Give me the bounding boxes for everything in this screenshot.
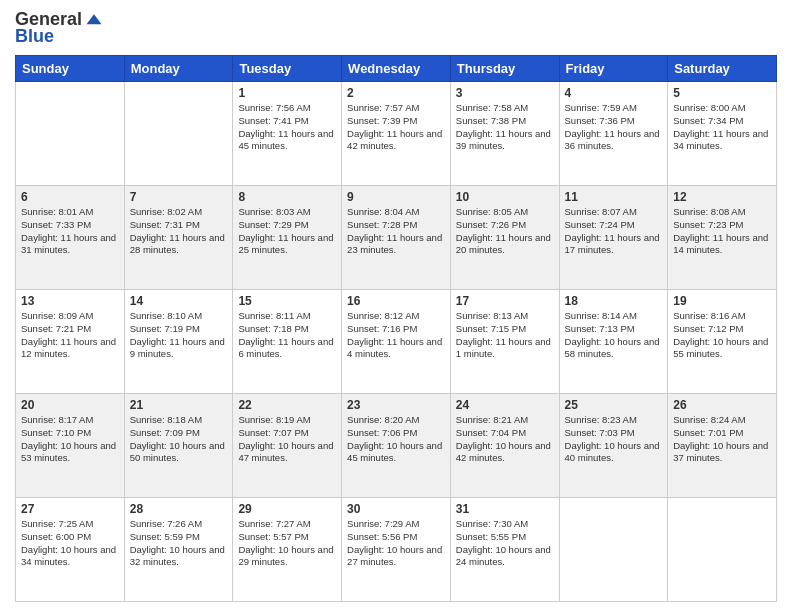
calendar-cell: 8Sunrise: 8:03 AM Sunset: 7:29 PM Daylig… bbox=[233, 186, 342, 290]
calendar-cell bbox=[16, 82, 125, 186]
day-info: Sunrise: 8:02 AM Sunset: 7:31 PM Dayligh… bbox=[130, 206, 228, 257]
weekday-header: Tuesday bbox=[233, 56, 342, 82]
day-info: Sunrise: 8:24 AM Sunset: 7:01 PM Dayligh… bbox=[673, 414, 771, 465]
calendar-cell: 22Sunrise: 8:19 AM Sunset: 7:07 PM Dayli… bbox=[233, 394, 342, 498]
day-number: 30 bbox=[347, 502, 445, 516]
calendar-cell: 27Sunrise: 7:25 AM Sunset: 6:00 PM Dayli… bbox=[16, 498, 125, 602]
weekday-header: Thursday bbox=[450, 56, 559, 82]
calendar-table: SundayMondayTuesdayWednesdayThursdayFrid… bbox=[15, 55, 777, 602]
calendar-cell: 20Sunrise: 8:17 AM Sunset: 7:10 PM Dayli… bbox=[16, 394, 125, 498]
day-number: 9 bbox=[347, 190, 445, 204]
calendar-cell: 26Sunrise: 8:24 AM Sunset: 7:01 PM Dayli… bbox=[668, 394, 777, 498]
logo: General Blue bbox=[15, 10, 104, 47]
day-number: 28 bbox=[130, 502, 228, 516]
calendar-cell: 23Sunrise: 8:20 AM Sunset: 7:06 PM Dayli… bbox=[342, 394, 451, 498]
weekday-header: Monday bbox=[124, 56, 233, 82]
calendar-cell: 19Sunrise: 8:16 AM Sunset: 7:12 PM Dayli… bbox=[668, 290, 777, 394]
calendar-cell: 29Sunrise: 7:27 AM Sunset: 5:57 PM Dayli… bbox=[233, 498, 342, 602]
calendar-week-row: 1Sunrise: 7:56 AM Sunset: 7:41 PM Daylig… bbox=[16, 82, 777, 186]
day-number: 16 bbox=[347, 294, 445, 308]
day-info: Sunrise: 8:09 AM Sunset: 7:21 PM Dayligh… bbox=[21, 310, 119, 361]
day-info: Sunrise: 7:27 AM Sunset: 5:57 PM Dayligh… bbox=[238, 518, 336, 569]
day-info: Sunrise: 7:25 AM Sunset: 6:00 PM Dayligh… bbox=[21, 518, 119, 569]
calendar-cell: 9Sunrise: 8:04 AM Sunset: 7:28 PM Daylig… bbox=[342, 186, 451, 290]
calendar-cell: 12Sunrise: 8:08 AM Sunset: 7:23 PM Dayli… bbox=[668, 186, 777, 290]
day-number: 13 bbox=[21, 294, 119, 308]
day-info: Sunrise: 7:30 AM Sunset: 5:55 PM Dayligh… bbox=[456, 518, 554, 569]
day-info: Sunrise: 7:56 AM Sunset: 7:41 PM Dayligh… bbox=[238, 102, 336, 153]
day-number: 22 bbox=[238, 398, 336, 412]
day-info: Sunrise: 8:01 AM Sunset: 7:33 PM Dayligh… bbox=[21, 206, 119, 257]
day-number: 21 bbox=[130, 398, 228, 412]
day-number: 2 bbox=[347, 86, 445, 100]
day-info: Sunrise: 7:26 AM Sunset: 5:59 PM Dayligh… bbox=[130, 518, 228, 569]
calendar-cell: 4Sunrise: 7:59 AM Sunset: 7:36 PM Daylig… bbox=[559, 82, 668, 186]
day-number: 14 bbox=[130, 294, 228, 308]
day-info: Sunrise: 8:10 AM Sunset: 7:19 PM Dayligh… bbox=[130, 310, 228, 361]
calendar-cell: 2Sunrise: 7:57 AM Sunset: 7:39 PM Daylig… bbox=[342, 82, 451, 186]
day-number: 20 bbox=[21, 398, 119, 412]
day-info: Sunrise: 8:18 AM Sunset: 7:09 PM Dayligh… bbox=[130, 414, 228, 465]
day-number: 3 bbox=[456, 86, 554, 100]
calendar-cell bbox=[668, 498, 777, 602]
calendar-cell: 1Sunrise: 7:56 AM Sunset: 7:41 PM Daylig… bbox=[233, 82, 342, 186]
calendar-cell: 24Sunrise: 8:21 AM Sunset: 7:04 PM Dayli… bbox=[450, 394, 559, 498]
day-number: 6 bbox=[21, 190, 119, 204]
calendar-cell: 25Sunrise: 8:23 AM Sunset: 7:03 PM Dayli… bbox=[559, 394, 668, 498]
calendar-cell: 17Sunrise: 8:13 AM Sunset: 7:15 PM Dayli… bbox=[450, 290, 559, 394]
calendar-cell: 18Sunrise: 8:14 AM Sunset: 7:13 PM Dayli… bbox=[559, 290, 668, 394]
day-info: Sunrise: 8:04 AM Sunset: 7:28 PM Dayligh… bbox=[347, 206, 445, 257]
calendar-cell: 6Sunrise: 8:01 AM Sunset: 7:33 PM Daylig… bbox=[16, 186, 125, 290]
day-info: Sunrise: 8:03 AM Sunset: 7:29 PM Dayligh… bbox=[238, 206, 336, 257]
day-number: 29 bbox=[238, 502, 336, 516]
day-info: Sunrise: 8:17 AM Sunset: 7:10 PM Dayligh… bbox=[21, 414, 119, 465]
day-info: Sunrise: 8:11 AM Sunset: 7:18 PM Dayligh… bbox=[238, 310, 336, 361]
day-number: 10 bbox=[456, 190, 554, 204]
calendar-week-row: 27Sunrise: 7:25 AM Sunset: 6:00 PM Dayli… bbox=[16, 498, 777, 602]
day-info: Sunrise: 7:57 AM Sunset: 7:39 PM Dayligh… bbox=[347, 102, 445, 153]
day-info: Sunrise: 8:20 AM Sunset: 7:06 PM Dayligh… bbox=[347, 414, 445, 465]
calendar-week-row: 13Sunrise: 8:09 AM Sunset: 7:21 PM Dayli… bbox=[16, 290, 777, 394]
calendar-cell bbox=[559, 498, 668, 602]
day-info: Sunrise: 8:21 AM Sunset: 7:04 PM Dayligh… bbox=[456, 414, 554, 465]
calendar-week-row: 6Sunrise: 8:01 AM Sunset: 7:33 PM Daylig… bbox=[16, 186, 777, 290]
calendar-cell: 3Sunrise: 7:58 AM Sunset: 7:38 PM Daylig… bbox=[450, 82, 559, 186]
day-number: 24 bbox=[456, 398, 554, 412]
day-number: 11 bbox=[565, 190, 663, 204]
calendar-cell bbox=[124, 82, 233, 186]
day-info: Sunrise: 7:58 AM Sunset: 7:38 PM Dayligh… bbox=[456, 102, 554, 153]
calendar-cell: 13Sunrise: 8:09 AM Sunset: 7:21 PM Dayli… bbox=[16, 290, 125, 394]
day-number: 17 bbox=[456, 294, 554, 308]
weekday-header: Wednesday bbox=[342, 56, 451, 82]
weekday-header: Friday bbox=[559, 56, 668, 82]
day-info: Sunrise: 8:19 AM Sunset: 7:07 PM Dayligh… bbox=[238, 414, 336, 465]
day-number: 26 bbox=[673, 398, 771, 412]
day-number: 25 bbox=[565, 398, 663, 412]
day-number: 1 bbox=[238, 86, 336, 100]
day-number: 31 bbox=[456, 502, 554, 516]
calendar-cell: 28Sunrise: 7:26 AM Sunset: 5:59 PM Dayli… bbox=[124, 498, 233, 602]
day-info: Sunrise: 7:59 AM Sunset: 7:36 PM Dayligh… bbox=[565, 102, 663, 153]
calendar-cell: 16Sunrise: 8:12 AM Sunset: 7:16 PM Dayli… bbox=[342, 290, 451, 394]
header: General Blue bbox=[15, 10, 777, 47]
day-number: 5 bbox=[673, 86, 771, 100]
day-number: 15 bbox=[238, 294, 336, 308]
calendar-cell: 31Sunrise: 7:30 AM Sunset: 5:55 PM Dayli… bbox=[450, 498, 559, 602]
day-number: 18 bbox=[565, 294, 663, 308]
day-info: Sunrise: 8:08 AM Sunset: 7:23 PM Dayligh… bbox=[673, 206, 771, 257]
calendar-cell: 11Sunrise: 8:07 AM Sunset: 7:24 PM Dayli… bbox=[559, 186, 668, 290]
calendar-header-row: SundayMondayTuesdayWednesdayThursdayFrid… bbox=[16, 56, 777, 82]
day-info: Sunrise: 8:00 AM Sunset: 7:34 PM Dayligh… bbox=[673, 102, 771, 153]
calendar-cell: 10Sunrise: 8:05 AM Sunset: 7:26 PM Dayli… bbox=[450, 186, 559, 290]
day-number: 12 bbox=[673, 190, 771, 204]
calendar-cell: 7Sunrise: 8:02 AM Sunset: 7:31 PM Daylig… bbox=[124, 186, 233, 290]
weekday-header: Sunday bbox=[16, 56, 125, 82]
day-number: 27 bbox=[21, 502, 119, 516]
day-info: Sunrise: 8:07 AM Sunset: 7:24 PM Dayligh… bbox=[565, 206, 663, 257]
day-number: 4 bbox=[565, 86, 663, 100]
day-number: 23 bbox=[347, 398, 445, 412]
day-info: Sunrise: 7:29 AM Sunset: 5:56 PM Dayligh… bbox=[347, 518, 445, 569]
page: General Blue SundayMondayTuesdayWednesda… bbox=[0, 0, 792, 612]
day-info: Sunrise: 8:13 AM Sunset: 7:15 PM Dayligh… bbox=[456, 310, 554, 361]
day-number: 19 bbox=[673, 294, 771, 308]
